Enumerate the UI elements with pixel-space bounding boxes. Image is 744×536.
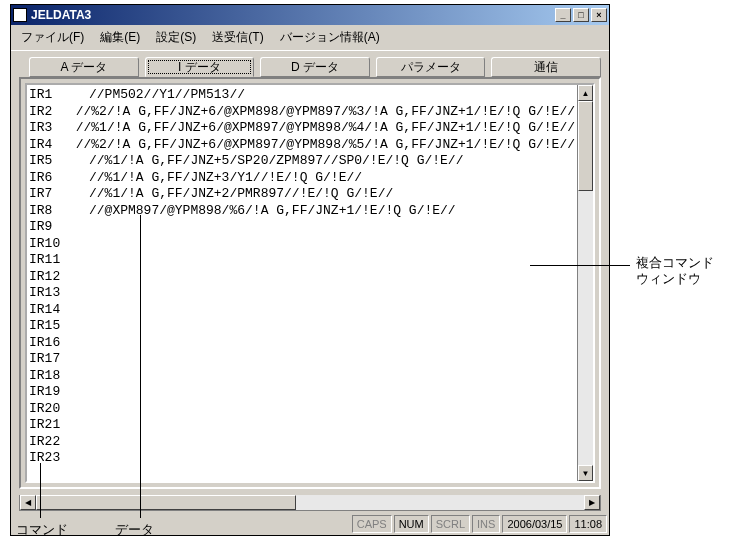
list-row[interactable]: IR4//%2/!A G,FF/JNZ+6/@XPM897/@YPM898/%5… [29,137,575,154]
list-row[interactable]: IR5//%1/!A G,FF/JNZ+5/SP20/ZPM897//SP0/!… [29,153,575,170]
command-cell: IR23 [29,450,89,467]
app-window: JELDATA3 _ □ × ファイル(F) 編集(E) 設定(S) 送受信(T… [10,4,610,536]
status-time: 11:08 [569,515,607,533]
data-cell: //%1/!A G,FF/JNZ+6/@XPM897/@YPM898/%4/!A… [76,120,575,137]
data-cell: //@XPM897/@YPM898/%6/!A G,FF/JNZ+1/!E/!Q… [89,203,456,220]
command-cell: IR21 [29,417,89,434]
close-button[interactable]: × [591,8,607,22]
list-row[interactable]: IR20 [29,401,575,418]
callout-line-window [530,265,630,266]
hscroll-thumb[interactable] [36,495,296,510]
command-cell: IR6 [29,170,89,187]
command-cell: IR18 [29,368,89,385]
command-cell: IR10 [29,236,89,253]
tab-comm[interactable]: 通信 [491,57,601,77]
maximize-button[interactable]: □ [573,8,589,22]
list-row[interactable]: IR15 [29,318,575,335]
scroll-up-button[interactable]: ▲ [578,85,593,101]
list-row[interactable]: IR2//%2/!A G,FF/JNZ+6/@XPM898/@YPM897/%3… [29,104,575,121]
status-date: 2006/03/15 [502,515,567,533]
hscroll-right-button[interactable]: ▶ [584,495,600,510]
list-row[interactable]: IR8//@XPM897/@YPM898/%6/!A G,FF/JNZ+1/!E… [29,203,575,220]
list-row[interactable]: IR16 [29,335,575,352]
list-row[interactable]: IR22 [29,434,575,451]
list-row[interactable]: IR23 [29,450,575,467]
status-caps: CAPS [352,515,392,533]
horizontal-scrollbar[interactable]: ◀ ▶ [19,495,601,511]
command-cell: IR11 [29,252,89,269]
status-num: NUM [394,515,429,533]
menubar: ファイル(F) 編集(E) 設定(S) 送受信(T) バージョン情報(A) [11,25,609,51]
list-row[interactable]: IR10 [29,236,575,253]
list-row[interactable]: IR6//%1/!A G,FF/JNZ+3/Y1//!E/!Q G/!E// [29,170,575,187]
callout-command: コマンド [16,521,68,536]
command-cell: IR3 [29,120,76,137]
tab-parameter[interactable]: パラメータ [376,57,486,77]
callout-line-command [40,463,41,518]
list-row[interactable]: IR3//%1/!A G,FF/JNZ+6/@XPM897/@YPM898/%4… [29,120,575,137]
vertical-scrollbar[interactable]: ▲ ▼ [577,85,593,481]
command-cell: IR20 [29,401,89,418]
listbox[interactable]: IR1//PM502//Y1//PM513//IR2//%2/!A G,FF/J… [27,85,577,481]
data-cell: //%1/!A G,FF/JNZ+3/Y1//!E/!Q G/!E// [89,170,362,187]
menu-version[interactable]: バージョン情報(A) [274,27,386,48]
compound-command-window: IR1//PM502//Y1//PM513//IR2//%2/!A G,FF/J… [25,83,595,483]
status-ins: INS [472,515,500,533]
app-icon [13,8,27,22]
data-cell: //%2/!A G,FF/JNZ+6/@XPM897/@YPM898/%5/!A… [76,137,575,154]
statusbar: CAPS NUM SCRL INS 2006/03/15 11:08 [11,515,609,535]
list-row[interactable]: IR13 [29,285,575,302]
list-row[interactable]: IR17 [29,351,575,368]
command-cell: IR4 [29,137,76,154]
tab-a-data[interactable]: A データ [29,57,139,77]
menu-transceive[interactable]: 送受信(T) [206,27,269,48]
callout-compound-window-2: ウィンドウ [636,270,701,288]
scroll-track[interactable] [578,101,593,465]
callout-line-data [140,215,141,518]
command-cell: IR13 [29,285,89,302]
command-cell: IR22 [29,434,89,451]
menu-edit[interactable]: 編集(E) [94,27,146,48]
list-row[interactable]: IR12 [29,269,575,286]
list-row[interactable]: IR1//PM502//Y1//PM513// [29,87,575,104]
status-scrl: SCRL [431,515,470,533]
minimize-button[interactable]: _ [555,8,571,22]
command-cell: IR9 [29,219,89,236]
content-frame: IR1//PM502//Y1//PM513//IR2//%2/!A G,FF/J… [19,77,601,489]
command-cell: IR19 [29,384,89,401]
command-cell: IR1 [29,87,89,104]
data-cell: //%1/!A G,FF/JNZ+5/SP20/ZPM897//SP0/!E/!… [89,153,463,170]
list-row[interactable]: IR19 [29,384,575,401]
command-cell: IR12 [29,269,89,286]
list-row[interactable]: IR7//%1/!A G,FF/JNZ+2/PMR897//!E/!Q G/!E… [29,186,575,203]
command-cell: IR5 [29,153,89,170]
tab-i-data[interactable]: I データ [145,57,255,77]
scroll-thumb[interactable] [578,101,593,191]
list-row[interactable]: IR14 [29,302,575,319]
list-row[interactable]: IR11 [29,252,575,269]
command-cell: IR15 [29,318,89,335]
command-cell: IR14 [29,302,89,319]
list-row[interactable]: IR9 [29,219,575,236]
window-title: JELDATA3 [31,8,555,22]
menu-file[interactable]: ファイル(F) [15,27,90,48]
titlebar[interactable]: JELDATA3 _ □ × [11,5,609,25]
command-cell: IR16 [29,335,89,352]
tab-d-data[interactable]: D データ [260,57,370,77]
command-cell: IR8 [29,203,89,220]
callout-data: データ [115,521,154,536]
tabbar: A データ I データ D データ パラメータ 通信 [11,51,609,77]
scroll-down-button[interactable]: ▼ [578,465,593,481]
command-cell: IR2 [29,104,76,121]
data-cell: //%2/!A G,FF/JNZ+6/@XPM898/@YPM897/%3/!A… [76,104,575,121]
menu-settings[interactable]: 設定(S) [150,27,202,48]
hscroll-left-button[interactable]: ◀ [20,495,36,510]
data-cell: //PM502//Y1//PM513// [89,87,245,104]
command-cell: IR17 [29,351,89,368]
list-row[interactable]: IR18 [29,368,575,385]
list-row[interactable]: IR21 [29,417,575,434]
data-cell: //%1/!A G,FF/JNZ+2/PMR897//!E/!Q G/!E// [89,186,393,203]
command-cell: IR7 [29,186,89,203]
hscroll-track[interactable] [36,495,584,510]
